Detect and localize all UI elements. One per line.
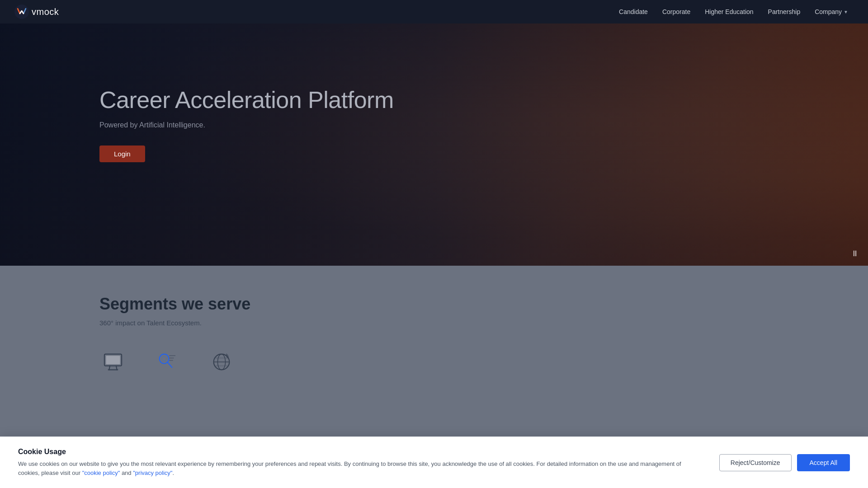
hero-section: Career Acceleration Platform Powered by … [0, 23, 868, 266]
nav-company-label: Company [815, 8, 842, 15]
nav-corporate[interactable]: Corporate [657, 5, 696, 18]
hero-title: Career Acceleration Platform [99, 87, 868, 114]
logo-link[interactable]: vmock [14, 5, 59, 19]
hero-subtitle: Powered by Artificial Intelligence. [99, 121, 868, 129]
hero-content: Career Acceleration Platform Powered by … [0, 23, 868, 162]
cookie-buttons: Reject/Customize Accept All [719, 454, 850, 471]
cookie-text-end: . [172, 469, 174, 476]
reject-customize-button[interactable]: Reject/Customize [719, 454, 792, 471]
svg-point-4 [162, 357, 166, 361]
cookie-policy-link[interactable]: "cookie policy" [82, 469, 120, 476]
cookie-text: We use cookies on our website to give yo… [18, 460, 701, 477]
pause-button[interactable]: ⏸ [851, 249, 859, 258]
logo-icon [14, 5, 29, 19]
segment-corporate [154, 348, 208, 375]
segment-higher-education [208, 348, 262, 375]
accept-all-button[interactable]: Accept All [797, 454, 850, 471]
cookie-content: Cookie Usage We use cookies on our websi… [18, 448, 701, 477]
cookie-text-middle: and [120, 469, 133, 476]
segment-candidates [99, 348, 154, 375]
search-chat-icon [154, 348, 181, 375]
svg-rect-2 [106, 356, 120, 364]
globe-icon [208, 348, 235, 375]
segments-section: Segments we serve 360° impact on Talent … [0, 266, 868, 401]
monitor-icon [99, 348, 127, 375]
login-button[interactable]: Login [99, 145, 145, 162]
segments-icons-row [99, 348, 769, 375]
nav-higher-education[interactable]: Higher Education [699, 5, 759, 18]
nav-candidate[interactable]: Candidate [613, 5, 653, 18]
cookie-banner: Cookie Usage We use cookies on our websi… [0, 436, 868, 488]
pause-icon: ⏸ [851, 249, 859, 258]
chevron-down-icon: ▼ [844, 9, 848, 14]
logo-text: vmock [32, 7, 59, 17]
segments-subtitle: 360° impact on Talent Ecosystem. [99, 319, 769, 327]
privacy-policy-link[interactable]: "privacy policy" [133, 469, 172, 476]
nav-links: Candidate Corporate Higher Education Par… [613, 5, 854, 18]
navbar: vmock Candidate Corporate Higher Educati… [0, 0, 868, 23]
segments-title: Segments we serve [99, 295, 769, 314]
nav-partnership[interactable]: Partnership [763, 5, 806, 18]
cookie-title: Cookie Usage [18, 448, 701, 456]
nav-company-dropdown[interactable]: Company ▼ [809, 5, 854, 18]
